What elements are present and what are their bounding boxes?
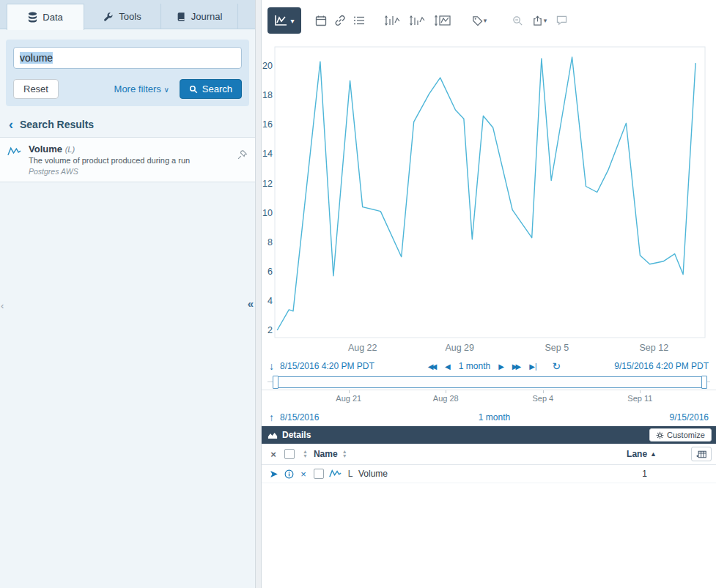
result-name: Volume [29,144,62,155]
svg-text:20: 20 [262,61,273,71]
name-column-header[interactable]: Name [314,449,338,459]
step-back-icon[interactable]: ◀ [445,362,451,371]
step-to-end-icon[interactable]: ▶| [529,362,536,371]
move-down-icon[interactable]: ↓ [269,360,274,372]
tab-tools[interactable]: Tools [84,4,161,29]
sidebar-collapse-icon[interactable]: « [248,297,254,310]
lane-resize-icon [384,15,402,26]
export-dropdown-button[interactable]: ▾ [527,11,552,30]
journal-icon [177,12,186,22]
navigate-to-item-button[interactable] [266,469,281,479]
edge-collapse-icon[interactable]: ‹ [1,300,4,311]
investigate-right: 9/15/2016 [670,412,709,423]
calendar-button[interactable] [311,11,331,30]
step-back-double-icon[interactable]: ◀◀ [428,362,437,371]
more-filters-link[interactable]: More filters ∨ [114,83,169,94]
svg-text:Sep 12: Sep 12 [639,343,668,353]
trend-view-dropdown-button[interactable]: ▾ [267,7,301,34]
row-lane-value: 1 [642,469,647,479]
display-end-date[interactable]: 9/15/2016 4:20 PM PDT [614,361,709,371]
chevron-down-icon: ∨ [163,86,169,94]
timebar: Aug 21Aug 28Sep 4Sep 11 [262,375,716,409]
row-item-name[interactable]: Volume [358,469,388,479]
sidebar-tabbar: Data Tools Journal [0,0,255,29]
comments-button[interactable] [552,11,571,30]
sort-down-icon: ▼ [303,454,308,458]
samples-list-icon [353,15,365,26]
details-table-row[interactable]: × L Volume 1 [262,465,716,483]
reset-button[interactable]: Reset [13,79,59,99]
export-icon [532,15,543,26]
timebar-tick-label: Sep 4 [532,394,553,403]
axis-resize-icon [409,15,427,26]
search-result-item[interactable]: Volume (L) The volume of product produce… [0,137,255,182]
move-up-icon[interactable]: ↑ [269,412,274,423]
display-duration[interactable]: 1 month [459,361,490,371]
investigate-end-date[interactable]: 9/15/2016 [670,412,709,423]
axis-resize-button[interactable] [407,11,429,30]
samples-list-button[interactable] [350,11,369,30]
search-results-title: Search Results [20,119,94,130]
tags-dropdown-button[interactable]: ▾ [467,11,492,30]
svg-text:4: 4 [267,296,273,306]
svg-text:6: 6 [267,267,273,277]
step-forward-icon[interactable]: ▶ [498,362,504,371]
name-sort-icon[interactable]: ▲▼ [342,450,347,458]
sort-icon[interactable]: ▲▼ [303,450,308,458]
remove-item-icon[interactable]: × [297,469,310,480]
back-chevron-icon[interactable]: ‹ [9,120,13,129]
table-columns-icon [696,450,706,459]
remove-all-icon[interactable]: × [266,449,281,460]
trend-view-icon [274,15,287,26]
signal-icon [328,469,343,478]
svg-text:Aug 29: Aug 29 [445,343,474,353]
range-slider[interactable] [262,375,716,390]
signal-letter: L [344,469,356,479]
panel-divider[interactable] [255,0,262,588]
investigate-range-bar: ↑ 8/15/2016 1 month 9/15/2016 [262,409,716,426]
slider-handle-left[interactable] [273,376,278,389]
wrench-icon [103,12,114,22]
search-actions: Reset More filters ∨ Search [13,79,242,99]
display-start-date[interactable]: 8/15/2016 4:20 PM PDT [280,361,374,371]
tab-journal[interactable]: Journal [161,4,238,29]
link-button[interactable] [331,11,350,30]
search-input[interactable]: volume [13,47,242,69]
main-panel: ▾ ▾ [262,0,716,588]
item-info-button[interactable] [281,469,297,479]
lane-column-label: Lane [627,449,647,459]
timebar-tickmark [446,390,446,393]
row-checkbox[interactable] [314,469,324,479]
trend-chart[interactable]: 2468101214161820Aug 22Aug 29Sep 5Sep 12 [262,41,716,357]
slider-selection[interactable] [275,376,705,388]
select-all-checkbox[interactable] [284,449,295,459]
slider-handle-right[interactable] [701,376,707,389]
step-forward-double-icon[interactable]: ▶▶ [512,362,521,371]
svg-text:16: 16 [262,119,273,130]
zoom-out-button[interactable] [508,11,527,30]
lane-column-header[interactable]: Lane ▲ [627,449,657,459]
area-chart-icon [267,431,278,439]
lane-resize-button[interactable] [382,11,404,30]
customize-button[interactable]: Customize [649,428,712,442]
svg-text:14: 14 [262,149,273,159]
refresh-icon[interactable]: ↻ [553,360,561,372]
investigate-start-date[interactable]: 8/15/2016 [280,412,319,423]
details-title: Details [282,430,311,440]
timebar-tick-label: Aug 21 [336,394,361,403]
tab-data[interactable]: Data [7,4,84,30]
link-icon [334,15,346,26]
sidebar: Data Tools Journal volume Reset More fil… [0,0,255,588]
search-button-label: Search [202,83,232,94]
investigate-duration[interactable]: 1 month [479,412,510,423]
svg-text:12: 12 [262,179,273,189]
sorted-asc-icon: ▲ [650,450,657,458]
trend-chart-area[interactable]: 2468101214161820Aug 22Aug 29Sep 5Sep 12 [262,41,716,357]
search-results-header: ‹ Search Results [0,106,255,137]
search-button[interactable]: Search [180,79,242,99]
svg-text:10: 10 [262,208,273,218]
display-range-left: ↓ 8/15/2016 4:20 PM PDT [269,360,374,372]
add-column-button[interactable] [691,447,712,461]
autoscale-button[interactable] [432,11,454,30]
pin-icon[interactable] [237,149,248,160]
